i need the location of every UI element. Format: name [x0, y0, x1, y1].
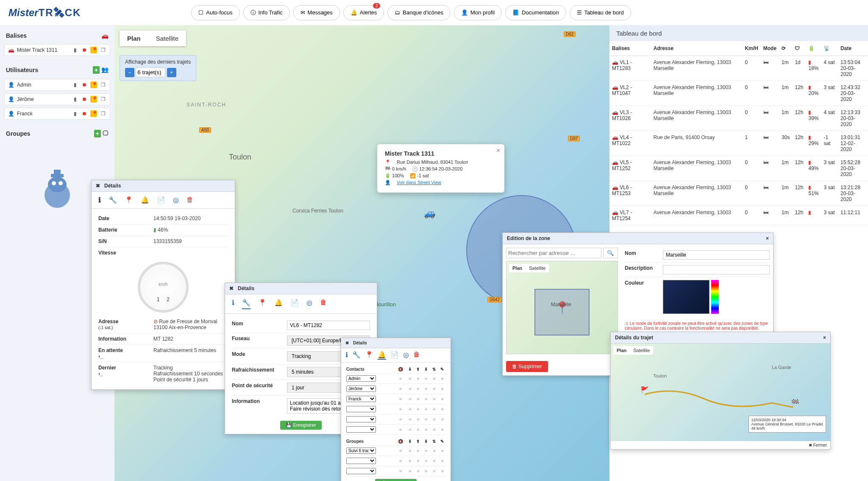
nav-mon-profil[interactable]: 👤 Mon profil — [454, 5, 502, 20]
doc-tab-icon[interactable]: 📄 — [390, 351, 399, 360]
zone-desc-input[interactable] — [663, 265, 770, 274]
pin-icon[interactable]: 📍 — [90, 96, 97, 103]
add-icon[interactable]: + — [94, 130, 101, 137]
layers-icon[interactable]: ❐ — [100, 47, 106, 53]
layers-icon[interactable]: ❐ — [100, 111, 106, 117]
pin-icon[interactable]: 📍 — [90, 81, 97, 88]
svg-point-2 — [52, 181, 56, 185]
target-tab-icon[interactable]: ◎ — [403, 351, 409, 360]
wrench-tab-icon[interactable]: 🔧 — [108, 196, 117, 204]
table-row[interactable]: 🚗 VL3 - MT1026Avenue Alexander Fleming, … — [609, 106, 868, 131]
close-icon[interactable]: ✖ — [345, 341, 349, 345]
start-flag-icon: 🚩 — [640, 386, 649, 394]
battery-icon: ▮ — [72, 96, 78, 102]
target-tab-icon[interactable]: ◎ — [173, 196, 179, 204]
svg-point-1 — [48, 177, 67, 192]
traject-plus[interactable]: + — [167, 68, 176, 77]
save-button[interactable]: 💾 Enregistrer — [280, 421, 322, 430]
delete-button[interactable]: 🗑 Supprimer — [506, 361, 548, 372]
streetview-link[interactable]: Voir dans Street View — [397, 180, 441, 185]
dashboard-title: Tableau de bord — [609, 25, 868, 41]
tracker-marker-icon[interactable]: 🚙 — [424, 208, 435, 219]
info-tab-icon[interactable]: ℹ — [345, 351, 348, 360]
traject-minus[interactable]: − — [125, 68, 134, 77]
zone-search-input[interactable] — [506, 248, 601, 258]
sidebar-balise-item[interactable]: 🚗 Mister Track 1311 ▮ 📍 ❐ — [4, 44, 110, 56]
close-icon[interactable]: × — [766, 235, 769, 241]
pin-tab-icon[interactable]: 📍 — [258, 299, 267, 309]
zone-map[interactable]: PlanSatellite 📍 Marseille — [506, 261, 618, 354]
close-icon[interactable]: × — [823, 335, 826, 341]
doc-tab-icon[interactable]: 📄 — [290, 299, 299, 309]
map-tab-plan[interactable]: Plan — [120, 31, 148, 46]
add-icon[interactable]: + — [93, 66, 100, 74]
zone-polygon[interactable] — [534, 289, 590, 336]
traject-control: Affichage des derniers trajets − + — [120, 55, 196, 81]
nav-alertes[interactable]: 🔔 Alertes2 — [343, 5, 384, 20]
status-dot-icon — [81, 47, 88, 53]
details-panel-3: ✖Détails ℹ 🔧 📍 🔔 📄 ◎ 🗑 Contacts🔇⬇⬆⬇⇅✎ Ad… — [341, 338, 451, 481]
pin-icon[interactable]: 📍 — [90, 47, 97, 53]
color-picker[interactable] — [663, 280, 709, 314]
bell-tab-icon[interactable]: 🔔 — [141, 196, 149, 204]
wrench-tab-icon[interactable]: 🔧 — [352, 351, 361, 360]
layers-icon[interactable]: ❐ — [100, 82, 106, 88]
table-row[interactable]: 🚗 VL4 - MT1022Rue de Paris, 91400 Orsay1… — [609, 131, 868, 156]
target-tab-icon[interactable]: ◎ — [306, 299, 312, 309]
map-layer-tabs: Plan Satellite — [120, 31, 186, 46]
trajet-tooltip: 12/03/2020 18:30:34 Avenue Général Bross… — [748, 416, 826, 433]
nom-input[interactable] — [287, 321, 370, 330]
close-icon[interactable]: ✖ — [229, 285, 234, 291]
nav-tableau-de-bord[interactable]: ☰ Tableau de bord — [570, 5, 631, 20]
screens-icon[interactable]: 🖵 — [103, 130, 108, 137]
dashboard-panel: Tableau de bord Balises Adresse Km/H Mod… — [609, 25, 868, 225]
save-button[interactable]: 💾 Enregistrer — [375, 479, 417, 481]
close-icon[interactable]: × — [496, 147, 500, 154]
bell-tab-icon[interactable]: 🔔 — [274, 299, 283, 309]
table-row[interactable]: 🚗 VL7 - MT1254Avenue Alexander Fleming, … — [609, 206, 868, 225]
zone-nom-input[interactable] — [663, 250, 770, 260]
shield-icon: 🛡 — [792, 41, 806, 56]
sidebar-users-title: Utilisateurs — [6, 67, 38, 73]
nav-autofocus[interactable]: ☐ Auto-focus — [191, 5, 239, 20]
close-icon[interactable]: ✖ — [96, 183, 100, 189]
bell-tab-icon[interactable]: 🔔 — [378, 351, 386, 360]
trajet-map[interactable]: PlanSatellite 🚩 🏁 Toulon La Garde 12/03/… — [611, 344, 830, 441]
trash-tab-icon[interactable]: 🗑 — [413, 351, 420, 360]
svg-point-3 — [58, 181, 63, 185]
status-dot-icon — [81, 111, 88, 117]
dashboard-table: Balises Adresse Km/H Mode ⟳ 🛡 🔋 📡 Date 🚗… — [609, 41, 868, 225]
sidebar-user-item[interactable]: 👤 Franck ▮ 📍 ❐ — [4, 108, 110, 120]
pin-icon[interactable]: 📍 — [90, 110, 97, 117]
traject-input[interactable] — [136, 67, 165, 77]
layers-icon[interactable]: ❐ — [100, 96, 106, 102]
table-row[interactable]: 🚗 VL2 - MT1047Avenue Alexander Fleming, … — [609, 81, 868, 106]
nav-documentation[interactable]: 📘 Documentation — [505, 5, 566, 20]
nav-messages[interactable]: ✉ Messages — [293, 5, 340, 20]
info-tab-icon[interactable]: ℹ — [98, 196, 101, 204]
sidebar-user-item[interactable]: 👤 Jérôme ▮ 📍 ❐ — [4, 93, 110, 105]
doc-tab-icon[interactable]: 📄 — [157, 196, 165, 204]
nav-banque-icones[interactable]: 🗂 Banque d'icônes — [387, 5, 451, 20]
sidebar-user-item[interactable]: 👤 Admin ▮ 📍 ❐ — [4, 79, 110, 91]
wrench-tab-icon[interactable]: 🔧 — [242, 299, 250, 309]
battery-icon: ▮ — [72, 47, 78, 53]
search-button[interactable]: 🔍 — [603, 248, 618, 258]
pin-tab-icon[interactable]: 📍 — [125, 196, 133, 204]
hue-slider[interactable] — [711, 280, 719, 314]
trash-tab-icon[interactable]: 🗑 — [186, 196, 193, 204]
table-row[interactable]: 🚗 VL6 - MT1253Avenue Alexander Fleming, … — [609, 181, 868, 206]
table-row[interactable]: 🚗 VL5 - MT1252Avenue Alexander Fleming, … — [609, 156, 868, 181]
group-icon[interactable]: 👥 — [101, 66, 108, 74]
map-tab-satellite[interactable]: Satellite — [148, 31, 186, 46]
info-tab-icon[interactable]: ℹ — [232, 299, 234, 309]
table-row[interactable]: 🚗 VL1 - MT1283Avenue Alexander Fleming, … — [609, 56, 868, 81]
trash-tab-icon[interactable]: 🗑 — [320, 299, 327, 309]
sidebar-groupes-title: Groupes — [6, 130, 31, 137]
zone-warning: ⚠ Le mode de furtivité zonale ne peut êt… — [625, 321, 770, 330]
nav-infotrafic[interactable]: ⓘ Info Trafic — [243, 5, 290, 20]
close-link[interactable]: ✖ Fermer — [809, 443, 827, 447]
battery-icon: 🔋 — [806, 41, 821, 56]
car-icon: 🚗 — [8, 47, 14, 53]
pin-tab-icon[interactable]: 📍 — [365, 351, 373, 360]
